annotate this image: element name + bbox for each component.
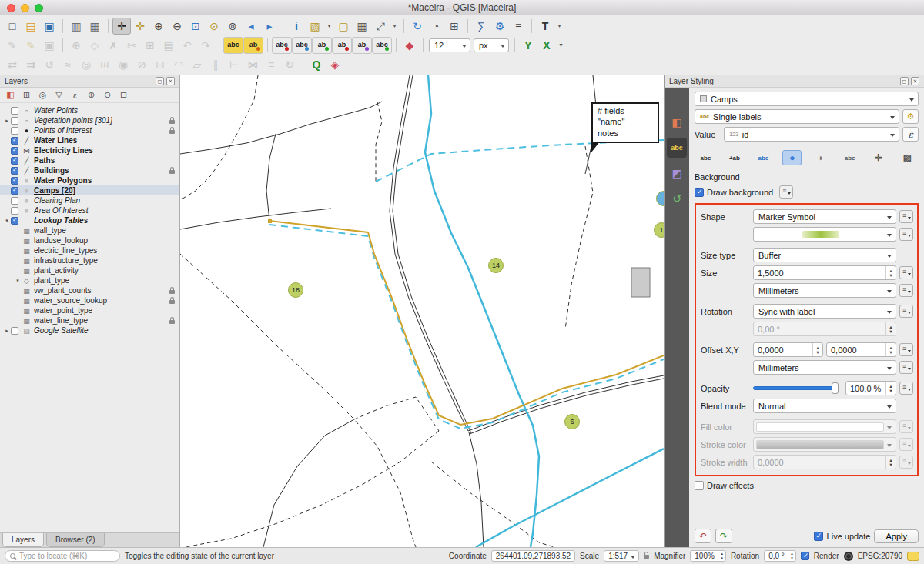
size-override-button[interactable] xyxy=(899,266,913,279)
offset-unit-override-button[interactable] xyxy=(899,361,913,374)
select-features-icon[interactable]: ▧ xyxy=(306,18,324,35)
panel-tab-layers[interactable]: Layers xyxy=(2,533,44,547)
automated-placement-button[interactable]: ⚙ xyxy=(902,109,919,124)
show-statistical-summary-icon[interactable]: ∑ xyxy=(472,18,490,35)
layer-item-water-point-type[interactable]: ▦water_point_type xyxy=(0,305,179,315)
annotation-menu-icon[interactable]: ▾ xyxy=(554,18,564,35)
blend-mode-combo[interactable]: Normal xyxy=(753,399,896,413)
tab-text[interactable]: abc xyxy=(696,150,715,165)
tab-buffer[interactable]: abc xyxy=(754,150,773,165)
value-field-combo[interactable]: 123 id xyxy=(724,127,899,142)
layer-item-paths[interactable]: ╱Paths xyxy=(0,155,179,165)
layer-visibility-checkbox[interactable] xyxy=(11,197,18,205)
open-attribute-table-icon[interactable]: ▦ xyxy=(353,18,371,35)
crs-globe-icon[interactable] xyxy=(844,552,853,561)
expander-icon[interactable]: ▾ xyxy=(3,218,11,224)
draw-background-override-button[interactable] xyxy=(779,185,793,199)
layer-item-infrastructure-type[interactable]: ▦infrastructure_type xyxy=(0,255,179,265)
layer-item-water-polygons[interactable]: ■Water Polygons xyxy=(0,175,179,185)
map-canvas[interactable]: 181461 # fields"name"notes xyxy=(180,75,664,547)
rotation-mode-combo[interactable]: Sync with label xyxy=(753,304,896,319)
layer-visibility-checkbox[interactable] xyxy=(11,217,18,225)
redo-style-button[interactable]: ↷ xyxy=(715,529,732,543)
layer-visibility-checkbox[interactable] xyxy=(11,167,18,175)
change-label-properties-icon[interactable]: abc xyxy=(372,37,392,54)
layer-visibility-checkbox[interactable] xyxy=(11,177,18,185)
layer-visibility-checkbox[interactable] xyxy=(11,187,18,195)
layer-visibility-checkbox[interactable] xyxy=(11,327,18,335)
layer-item-water-lines[interactable]: ╱Water Lines xyxy=(0,135,179,145)
styling-tab-symbology[interactable]: ◧ xyxy=(667,112,687,132)
zoom-in-icon[interactable]: ⊕ xyxy=(149,18,168,35)
layer-item-electricity-lines[interactable]: ⋈Electricity Lines xyxy=(0,145,179,155)
layer-item-plant-type[interactable]: ▾◇plant_type xyxy=(0,275,179,285)
metasearch-icon[interactable]: ≡ xyxy=(509,18,527,35)
identify-features-icon[interactable]: i xyxy=(287,18,306,35)
messages-icon[interactable] xyxy=(907,552,919,561)
zoom-full-icon[interactable]: ⊡ xyxy=(186,18,205,35)
layer-item-landuse-lookup[interactable]: ▦landuse_lookup xyxy=(0,235,179,245)
pin-unpin-labels-icon[interactable]: abc xyxy=(292,37,312,54)
nudge-vertical-icon[interactable]: Y xyxy=(519,37,537,54)
draw-effects-checkbox[interactable] xyxy=(695,481,704,490)
rotate-label-icon[interactable]: ab xyxy=(352,37,372,54)
layer-item-vw-plant-counts[interactable]: ▦vw_plant_counts xyxy=(0,285,179,295)
opacity-spinbox[interactable]: 100,0 % xyxy=(845,381,896,395)
tab-callouts[interactable]: abc xyxy=(840,150,859,165)
styling-tab-3d[interactable]: ◩ xyxy=(667,163,687,183)
layer-item-electric-line-types[interactable]: ▦electric_line_types xyxy=(0,245,179,255)
open-project-icon[interactable]: ▤ xyxy=(22,18,40,35)
offset-unit-combo[interactable]: Millimeters xyxy=(753,360,896,375)
apply-button[interactable]: Apply xyxy=(874,529,919,543)
save-project-icon[interactable]: ▣ xyxy=(40,18,59,35)
marker-symbol-preview-combo[interactable] xyxy=(753,227,896,242)
nudge-menu-icon[interactable]: ▾ xyxy=(556,37,566,54)
minimize-window-button[interactable] xyxy=(21,4,29,12)
dock-panel-button[interactable] xyxy=(156,77,164,85)
measure-menu-icon[interactable]: ▾ xyxy=(390,18,400,35)
pan-map-icon[interactable]: ✛ xyxy=(112,18,131,35)
layer-item-water-points[interactable]: ▫Water Points xyxy=(0,105,179,115)
coordinate-input[interactable]: 264401.09,271893.52 xyxy=(491,550,575,562)
layer-item-plant-activity[interactable]: ▦plant_activity xyxy=(0,265,179,275)
tab-placement[interactable]: ✛ xyxy=(869,150,889,165)
layer-item-area-of-interest[interactable]: ■Area Of Interest xyxy=(0,205,179,215)
expander-icon[interactable]: ▾ xyxy=(14,278,22,284)
new-map-view-icon[interactable]: ⊞ xyxy=(445,18,464,35)
opacity-slider[interactable] xyxy=(753,381,842,395)
add-group-icon[interactable]: ⊞ xyxy=(19,88,34,102)
labeling-mode-combo[interactable]: abc Single labels xyxy=(695,109,899,124)
tab-rendering[interactable]: ▨ xyxy=(898,150,917,165)
opacity-slider-handle[interactable] xyxy=(832,382,839,394)
zoom-last-icon[interactable]: ◂ xyxy=(242,18,260,35)
layer-diagram-options-icon[interactable]: ab xyxy=(243,37,263,54)
expression-builder-button[interactable] xyxy=(902,127,919,142)
show-hide-labels-icon[interactable]: ab xyxy=(312,37,332,54)
close-window-button[interactable] xyxy=(7,4,15,12)
font-size-combo[interactable]: 12 xyxy=(429,38,470,52)
highlight-pinned-labels-icon[interactable]: abc xyxy=(272,37,292,54)
zoom-next-icon[interactable]: ▸ xyxy=(260,18,279,35)
layer-item-buildings[interactable]: ╱Buildings xyxy=(0,165,179,175)
layer-item-points-of-interest[interactable]: ●Points of Interest xyxy=(0,125,179,135)
layer-visibility-checkbox[interactable] xyxy=(11,107,18,115)
expand-all-icon[interactable]: ⊕ xyxy=(84,88,99,102)
layer-item-water-source-lookup[interactable]: ▦water_source_lookup xyxy=(0,295,179,305)
new-print-layout-icon[interactable]: ▥ xyxy=(67,18,85,35)
filter-legend-icon[interactable]: ▽ xyxy=(52,88,66,102)
processing-toolbox-icon[interactable]: ⚙ xyxy=(490,18,509,35)
expander-icon[interactable]: ▸ xyxy=(3,118,11,124)
temporal-controller-icon[interactable]: ◔ xyxy=(427,18,445,35)
new-project-icon[interactable]: □ xyxy=(3,18,22,35)
tab-shadow[interactable]: ◗ xyxy=(812,150,831,165)
styling-tab-labels[interactable]: abc xyxy=(667,138,687,158)
size-spinbox[interactable]: 1,5000 xyxy=(753,265,896,280)
live-update-checkbox[interactable] xyxy=(814,532,823,541)
close-styling-panel-button[interactable] xyxy=(911,77,919,85)
layer-item-clearing-plan[interactable]: ■Clearing Plan xyxy=(0,195,179,205)
layer-item-google-satellite[interactable]: ▸▨Google Satellite xyxy=(0,325,179,335)
panel-tab-browser-2-[interactable]: Browser (2) xyxy=(46,533,105,547)
scale-lock-icon[interactable] xyxy=(644,555,649,559)
opacity-override-button[interactable] xyxy=(899,382,913,395)
layer-item-vegetation-points-301[interactable]: ▸▫Vegetation points [301] xyxy=(0,115,179,125)
